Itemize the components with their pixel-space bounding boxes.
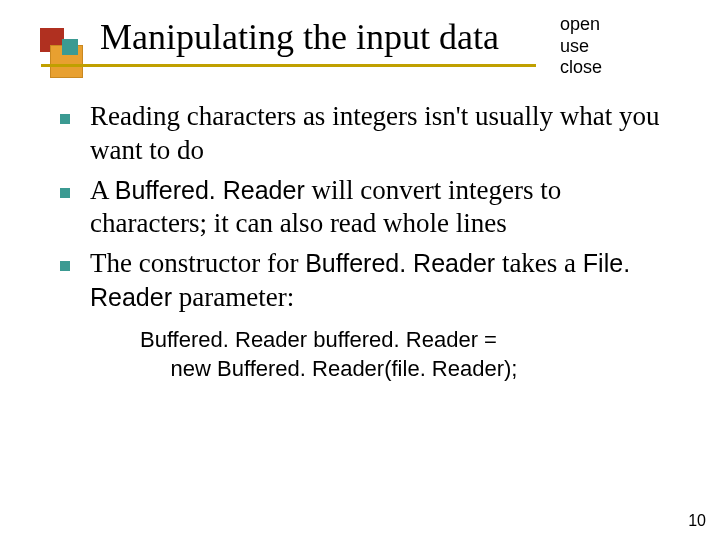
side-note-line: open [560, 14, 602, 36]
bullet-icon [60, 114, 70, 124]
code-line: new Buffered. Reader(file. Reader); [140, 354, 680, 384]
list-item: Reading characters as integers isn't usu… [60, 100, 680, 168]
text-run: A [90, 175, 115, 205]
side-note-line: use [560, 36, 602, 58]
bullet-icon [60, 261, 70, 271]
slide-title: Manipulating the input data [100, 16, 499, 58]
list-item: A Buffered. Reader will convert integers… [60, 174, 680, 242]
text-run: takes a [495, 248, 583, 278]
teal-square-icon [62, 39, 78, 55]
code-run: Buffered. Reader [115, 176, 305, 204]
slide: Manipulating the input data open use clo… [0, 0, 720, 540]
code-line: Buffered. Reader buffered. Reader = [140, 325, 680, 355]
side-note-line: close [560, 57, 602, 79]
text-run: Reading characters as integers isn't usu… [90, 101, 659, 165]
side-note: open use close [560, 14, 602, 79]
list-item: The constructor for Buffered. Reader tak… [60, 247, 680, 315]
bullet-icon [60, 188, 70, 198]
bullet-text: A Buffered. Reader will convert integers… [90, 174, 680, 242]
code-run: Buffered. Reader [305, 249, 495, 277]
code-block: Buffered. Reader buffered. Reader = new … [140, 325, 680, 384]
bullet-text: Reading characters as integers isn't usu… [90, 100, 680, 168]
content: Reading characters as integers isn't usu… [60, 100, 680, 384]
text-run: parameter: [172, 282, 294, 312]
title-underline [41, 64, 536, 67]
text-run: The constructor for [90, 248, 305, 278]
page-number: 10 [688, 512, 706, 530]
corner-decoration [40, 28, 90, 78]
bullet-text: The constructor for Buffered. Reader tak… [90, 247, 680, 315]
